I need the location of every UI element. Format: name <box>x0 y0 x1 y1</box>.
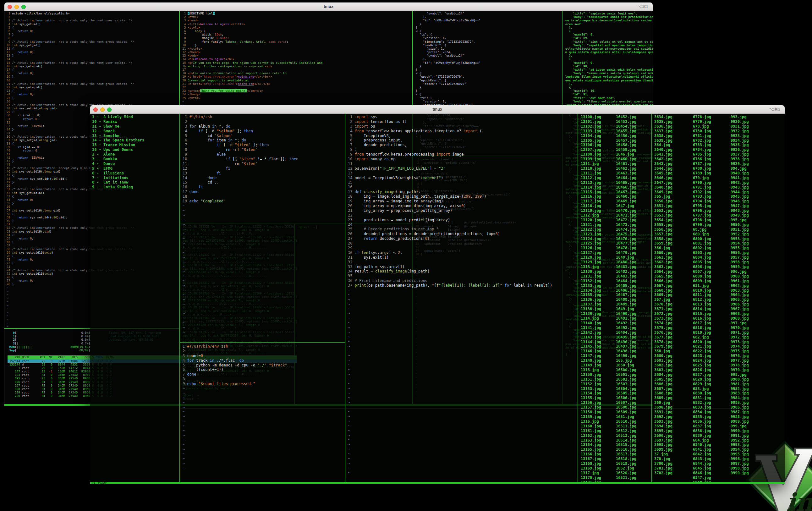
terminal-line: 28 <box>348 241 580 246</box>
terminal-line: 5 { <box>7 26 181 29</box>
jpg-listing-pane-b[interactable]: 3634.jpg 3635.jpg 3636.jpg 3637.jpg 3638… <box>652 114 785 482</box>
terminal-line: 22 <box>182 85 414 89</box>
front-terminal-content: 1 - A Lively Mind10 - Remixx11 - Show me… <box>90 114 785 484</box>
jpg-column: 6778.jpg 6779.jpg 678.jpg 6780.jpg 6781.… <box>693 115 711 482</box>
terminal-line: 19 <a href="http://nginx.org/">nginx.org… <box>182 75 414 78</box>
terminal-line: }, <box>416 15 564 19</box>
terminal-line: eos soluta similique molestias praesenti… <box>565 79 653 82</box>
demucs-script-pane[interactable]: 1 #!/usr/bin/env zsh2 3 count=04 for tra… <box>180 343 347 483</box>
pane-border[interactable] <box>345 114 345 482</box>
terminal-line: 14 - The Space Brothers <box>92 138 181 143</box>
front-window-titlebar[interactable]: tmux ⌥⌘3 <box>90 105 785 114</box>
terminal-line: 11 </style> <box>182 47 414 50</box>
terminal-line: "id": "dGVzdHRyYWRlcjFzZWxsMQ==" <box>416 19 564 22</box>
terminal-line: 8 margin: 0 auto; <box>182 36 414 39</box>
terminal-line: 13 fi <box>182 171 347 176</box>
jpg-listing-pane-a[interactable]: 13100.jpg 13101.jpg 13102.jpg 13103.jpg … <box>579 114 651 482</box>
pane-border[interactable] <box>180 342 345 343</box>
terminal-line: 8 - Let it snow <box>92 180 181 185</box>
terminal-line: 18 <p>For online documentation and suppo… <box>182 72 414 75</box>
terminal-line: 12 </head> <box>182 50 414 54</box>
terminal-line: 10 import numpy as np <box>348 157 580 162</box>
terminal-line: 23 <p><em>Thank you for using nginx.</em… <box>182 89 414 92</box>
terminal-line: 19 img_array = image.img_to_array(img) <box>348 199 580 204</box>
front-terminal-window[interactable]: tmux ⌥⌘3 1 - A Lively Mind10 - Remixx11 … <box>90 105 785 484</box>
terminal-line: 19 } <box>7 75 181 78</box>
terminal-line: 11 - Show me <box>92 124 181 129</box>
terminal-line: 14 model = InceptionV3(weights="imagenet… <box>348 176 580 180</box>
terminal-line: 4 <title>Welcome to nginx!</title> <box>182 22 414 26</box>
terminal-line: 7 } <box>7 33 181 36</box>
pane-border[interactable] <box>578 114 578 482</box>
terminal-line: 7 if [ -d "$item" ]; then <box>182 143 347 147</box>
terminal-line: 6 - Illusions <box>92 171 181 176</box>
terminal-line: 16 <box>348 185 580 190</box>
terminal-line: "size": 1, <box>416 47 564 50</box>
terminal-line: 7 done <box>182 372 347 377</box>
terminal-line: 9 /* Actual implementation, not a stub: … <box>7 40 181 44</box>
zsh-script-pane[interactable]: 1 #!/bin/zsh 2 3 for album in *; do 4 if… <box>180 114 347 343</box>
back-window-titlebar[interactable]: tmux ⌥⌘1 <box>4 2 653 11</box>
terminal-line: 30 if len(sys.argv) < 2: <box>348 251 580 255</box>
terminal-line: 14 <h1>Welcome to nginx!</h1> <box>182 57 414 61</box>
terminal-line: 1 #!/usr/bin/env zsh <box>182 344 347 349</box>
jpg-column: 3634.jpg 3635.jpg 3636.jpg 3637.jpg 3638… <box>654 115 672 476</box>
terminal-line: 9 from tensorflow.keras.preprocessing im… <box>348 152 580 157</box>
terminal-line: 22 int sys_getegid() <box>7 85 181 89</box>
terminal-line: 5 InceptionV3, <box>348 134 580 138</box>
tmux-status-text: [0] 0:zsh* <box>92 482 107 484</box>
python-classifier-pane[interactable]: 1 import sys 2 import tensorflow as tf 3… <box>346 114 580 483</box>
desktop: tmux ⌥⌘1 1 nclude <tilck/kernel/syscalls… <box>0 0 812 511</box>
jpg-column: 993.jpg 9930.jpg 9931.jpg 9932.jpg 9933.… <box>731 115 749 476</box>
terminal-line: 2 <html> <box>182 15 414 19</box>
terminal-line: 4 if [ -d "$album" ]; then <box>182 129 347 134</box>
terminal-line: 26 <box>7 100 181 103</box>
terminal-line: 3 <head> <box>182 19 414 22</box>
pane-border[interactable] <box>651 114 652 482</box>
terminal-line: }, <box>565 54 653 57</box>
terminal-line: 3 /* Actual implementation, not a stub: … <box>7 19 181 22</box>
terminal-line: on iste\nneque hic deserunt\nvoluptatibu… <box>565 19 653 22</box>
terminal-line: 18 return 0; <box>7 72 181 75</box>
terminal-line: "title": "sint soluta et vel magnam aut … <box>565 40 653 44</box>
terminal-line: 4 - Dance <box>92 162 181 166</box>
terminal-line: "epoch": "1711210726070", <box>416 75 564 78</box>
terminal-line: 6 preprocess_input, <box>348 138 580 143</box>
terminal-line: { <box>565 57 653 61</box>
terminal-line: "title": "ad iusto omnis odit dolor volu… <box>565 68 653 72</box>
terminal-line: "timestamp": "1711210723872", <box>416 40 564 44</box>
terminal-line: } <box>416 85 564 89</box>
terminal-line: 11 <box>348 162 580 166</box>
terminal-line: 4 from tensorflow.keras.applications.inc… <box>348 129 580 134</box>
terminal-line: et\narchitecto magnam ut\nconsequatur qu… <box>565 47 653 50</box>
terminal-line: 9 font-family: Tahoma, Verdana, Arial, s… <box>182 40 414 44</box>
terminal-line: luptates illum ipsam voluptatem\neligend… <box>565 75 653 78</box>
terminal-line: "id": 90, <box>565 64 653 68</box>
terminal-line: "body": "minus omnis soluta quia\nqui se… <box>565 72 653 75</box>
terminal-line: 36 # Print filename and predictions <box>348 279 580 283</box>
terminal-line: 15 <box>348 180 580 185</box>
terminal-line: 1 <!DOCTYPE html> <box>182 11 414 15</box>
terminal-line: "newOrder": { <box>416 44 564 47</box>
terminal-line: 8 ) <box>348 147 580 152</box>
playlist-pane[interactable]: 1 - A Lively Mind10 - Remixx11 - Show me… <box>90 114 181 483</box>
terminal-line: "body": "consequatur omnis est praesenti… <box>565 15 653 19</box>
terminal-line: 5 <style> <box>182 26 414 29</box>
terminal-line: 8 <box>7 36 181 39</box>
terminal-line: 25 } <box>7 96 181 100</box>
terminal-line: m quia soluta dignissimos nihil iure\nte… <box>565 50 653 54</box>
terminal-line: 21 img_array = preprocess_input(img_arra… <box>348 208 580 213</box>
window-title: tmux <box>90 107 785 112</box>
terminal-line: 16 int sys_geteuid() <box>7 64 181 68</box>
terminal-line: 15 <p>If you see this page, the nginx we… <box>182 61 414 64</box>
terminal-line: 17 { <box>7 68 181 72</box>
terminal-line: 3 count=0 <box>182 353 347 358</box>
terminal-line: 20 img_array = np.expand_dims(img_array,… <box>348 204 580 208</box>
terminal-line: 33 img_path = sys.argv[1] <box>348 265 580 269</box>
terminal-line: "id": 89, <box>565 36 653 39</box>
terminal-line: 18 img = image.load_img(img_path, target… <box>348 194 580 199</box>
terminal-line: 29 <box>348 246 580 251</box>
terminal-line: 3 import os <box>348 124 580 129</box>
pane-border[interactable] <box>179 114 180 482</box>
window-shortcut: ⌥⌘3 <box>769 107 780 112</box>
